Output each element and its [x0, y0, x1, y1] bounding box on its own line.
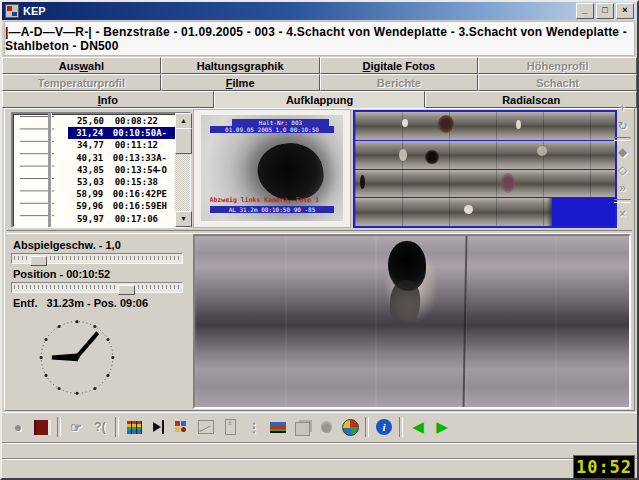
- context-help-button[interactable]: ?(: [88, 416, 112, 438]
- list-item-selected[interactable]: 31,2400:10:50A--L: [68, 127, 175, 139]
- separator: [614, 199, 631, 203]
- photo-grid-button[interactable]: [170, 416, 194, 438]
- inspection-header-text: |—A-D—V—R-| - Benzstraße - 01.09.2005 - …: [5, 25, 634, 53]
- position-slider-thumb[interactable]: [118, 285, 135, 295]
- distance-position-label: Entf. 31.23m - Pos. 09:06: [13, 297, 191, 309]
- pan-tool-icon: [152, 420, 165, 434]
- tab-auswahl[interactable]: Auswahl: [2, 57, 161, 74]
- speck: [399, 149, 407, 161]
- step-back-button[interactable]: ◀: [406, 416, 430, 438]
- scroll-up-icon[interactable]: ▲: [175, 113, 192, 129]
- tag-icon[interactable]: ◆: [613, 143, 632, 161]
- rotate-view-icon[interactable]: ↻: [613, 117, 632, 135]
- dotted-column-button[interactable]: ⋮: [242, 416, 266, 438]
- help-icon: ?(: [94, 420, 105, 434]
- photo-grid-icon: [175, 421, 189, 433]
- speck: [402, 119, 408, 127]
- layers-icon: [295, 422, 310, 436]
- separator: [365, 417, 369, 437]
- unfold-grid-button[interactable]: [122, 416, 146, 438]
- step-forward-icon: ▶: [436, 418, 448, 436]
- pan-tool-button[interactable]: [146, 416, 170, 438]
- graph-icon: [198, 420, 214, 434]
- record-circle-button[interactable]: ●: [6, 416, 30, 438]
- tag-double-arrow-icon[interactable]: »: [613, 179, 632, 197]
- list-item[interactable]: 53,0300:15:38: [68, 176, 175, 188]
- report-book-button[interactable]: [30, 416, 54, 438]
- tab-info[interactable]: Info: [2, 91, 214, 108]
- list-item[interactable]: 59,9700:17:06: [68, 213, 175, 225]
- graph-button[interactable]: [194, 416, 218, 438]
- delete-cross-icon[interactable]: ×: [613, 205, 632, 223]
- position-slider[interactable]: [11, 282, 183, 293]
- title-bar: KEP _ □ ×: [2, 2, 637, 20]
- status-bar-1: [2, 442, 637, 459]
- layers-button[interactable]: [290, 416, 314, 438]
- tab-temperaturprofil: Temperaturprofil: [2, 74, 161, 91]
- hour-hand: [52, 354, 78, 362]
- tab-radialscan[interactable]: Radialscan: [425, 91, 637, 108]
- minimize-button[interactable]: _: [576, 3, 594, 19]
- info-button[interactable]: i: [372, 416, 396, 438]
- tab-row-3: Info Aufklappung Radialscan: [2, 91, 637, 108]
- pie-chart-button[interactable]: [338, 416, 362, 438]
- speed-slider[interactable]: [11, 253, 183, 264]
- separator: [614, 137, 631, 141]
- speed-slider-thumb[interactable]: [30, 256, 47, 266]
- separator: [399, 417, 403, 437]
- video-overlay-bottom: AL 31.2m 00:10:50 90 -85: [210, 206, 335, 213]
- tab-aufklappung[interactable]: Aufklappung: [214, 91, 426, 108]
- tab-schacht: Schacht: [478, 74, 637, 91]
- crosshair-plus-icon[interactable]: +: [613, 99, 632, 117]
- plus-minus-button[interactable]: ±: [218, 416, 242, 438]
- clock-position-dial: [17, 311, 137, 403]
- list-item[interactable]: 43,8500:13:54: [68, 164, 175, 176]
- close-button[interactable]: ×: [616, 3, 634, 19]
- app-icon: [5, 4, 19, 18]
- list-item[interactable]: 59,9600:16:59EH: [68, 200, 175, 212]
- book-icon: [34, 420, 51, 435]
- damage-spot: [360, 175, 365, 189]
- tab-filme[interactable]: Filme: [161, 74, 320, 91]
- tag-arrow-icon[interactable]: ◇: [613, 161, 632, 179]
- damage-spot: [501, 173, 515, 193]
- tab-hoehenprofil: Höhenprofil: [478, 57, 637, 74]
- separator: [57, 417, 61, 437]
- list-item[interactable]: 34,7700:11:12: [68, 139, 175, 151]
- status-bar-2: [2, 458, 637, 480]
- info-icon: i: [376, 419, 392, 435]
- list-item[interactable]: 40,3100:13:33A--O: [68, 152, 175, 164]
- playback-controls: Abspielgeschw. - 1,0 Position - 00:10:52…: [11, 235, 191, 407]
- damage-spot: [425, 150, 439, 164]
- maximize-button[interactable]: □: [596, 3, 614, 19]
- unfolded-pipe-view: [353, 110, 617, 228]
- pipe-strip-2: [355, 141, 615, 170]
- tab-row-2: Temperaturprofil Filme Berichte Schacht: [2, 74, 637, 91]
- event-rows: 25,6000:08:22 31,2400:10:50A--L 34,7700:…: [68, 115, 175, 225]
- color-bars-button[interactable]: [266, 416, 290, 438]
- list-scrollbar[interactable]: ▲ ▼: [175, 113, 190, 227]
- video-overlay-top-2: 01.09.05 2005 1,0 00:10:50: [210, 126, 335, 133]
- event-list: 25,6000:08:22 31,2400:10:50A--L 34,7700:…: [11, 112, 191, 228]
- hand-pointer-button[interactable]: ☞: [64, 416, 88, 438]
- pipe-joint-line: [463, 236, 468, 407]
- speck: [464, 205, 473, 214]
- bell-button[interactable]: [314, 416, 338, 438]
- speed-label: Abspielgeschw. - 1,0: [13, 239, 191, 251]
- scroll-down-icon[interactable]: ▼: [175, 211, 192, 227]
- tab-haltungsgraphik[interactable]: Haltungsgraphik: [161, 57, 320, 74]
- scrollbar-thumb[interactable]: [175, 128, 192, 154]
- record-icon: ●: [14, 419, 22, 435]
- digital-clock: 10:52: [573, 455, 635, 480]
- list-item[interactable]: 58,9900:16:42PE: [68, 188, 175, 200]
- window-title: KEP: [23, 5, 574, 17]
- pipe-strip-3: [355, 170, 615, 199]
- pipe-strip-4: [355, 198, 615, 226]
- step-forward-button[interactable]: ▶: [430, 416, 454, 438]
- no-data-patch: [552, 198, 615, 226]
- list-item[interactable]: 25,6000:08:22: [68, 115, 175, 127]
- pipe-video-image: Halt-Nr: 003 01.09.05 2005 1,0 00:10:50 …: [201, 115, 343, 221]
- application-window: KEP _ □ × |—A-D—V—R-| - Benzstraße - 01.…: [0, 0, 639, 480]
- tab-digitale-fotos[interactable]: Digitale Fotos: [320, 57, 479, 74]
- video-overlay-top-1: Halt-Nr: 003: [232, 119, 329, 126]
